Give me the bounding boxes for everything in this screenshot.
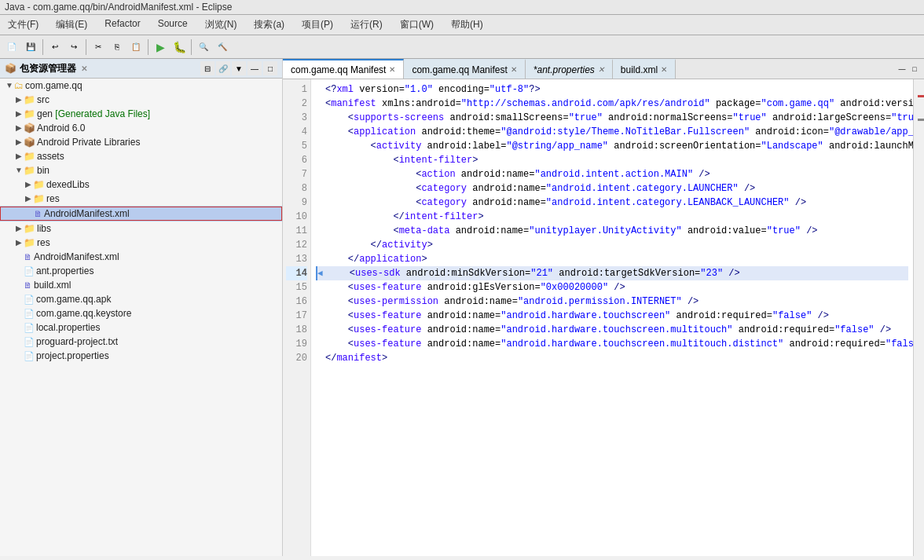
- tree-item-project-properties[interactable]: ▶ 📄 project.properties: [0, 349, 282, 363]
- title-text: Java - com.game.qq/bin/AndroidManifest.x…: [5, 2, 232, 13]
- tab-buildxml[interactable]: build.xml ✕: [613, 59, 676, 79]
- code-text-14: <uses-sdk android:minSdkVersion="21" and…: [327, 266, 740, 280]
- search-button[interactable]: 🔍: [195, 38, 212, 56]
- code-text-1: <?xml version="1.0" encoding="utf-8"?>: [325, 82, 541, 97]
- save-button[interactable]: 💾: [22, 38, 39, 56]
- title-bar: Java - com.game.qq/bin/AndroidManifest.x…: [0, 0, 924, 15]
- code-line-8: <category android:name="android.intent.c…: [316, 181, 908, 196]
- menu-item-h[interactable]: 帮助(H): [446, 16, 488, 33]
- paste-button[interactable]: 📋: [127, 38, 145, 56]
- tab-antprops[interactable]: *ant.properties ✕: [526, 59, 613, 79]
- tree-item-local-properties[interactable]: ▶ 📄 local.properties: [0, 320, 282, 335]
- menu-item-a[interactable]: 搜索(a): [249, 16, 289, 33]
- tab-antprops-close[interactable]: ✕: [598, 65, 604, 74]
- menu-item-source[interactable]: Source: [153, 16, 192, 33]
- menu-item-e[interactable]: 编辑(E): [51, 16, 92, 33]
- tree-item-project[interactable]: ▼ 🗂 com.game.qq: [0, 79, 282, 93]
- tree-item-androidmanifest-root[interactable]: ▶ 🗎 AndroidManifest.xml: [0, 250, 282, 264]
- tree-item-gen[interactable]: ▶ 📁 gen [Generated Java Files]: [0, 107, 282, 121]
- sidebar-menu-button[interactable]: ▼: [232, 61, 246, 75]
- tree-item-keystore[interactable]: ▶ 📄 com.game.qq.keystore: [0, 306, 282, 320]
- undo-button[interactable]: ↩: [46, 38, 64, 56]
- new-button[interactable]: 📄: [3, 38, 20, 56]
- code-line-2: <manifest xmlns:android="http://schemas.…: [316, 97, 908, 111]
- tree-item-private-libs[interactable]: ▶ 📦 Android Private Libraries: [0, 135, 282, 149]
- tab-manifest2-close[interactable]: ✕: [511, 65, 517, 74]
- menu-item-f[interactable]: 文件(F): [3, 16, 43, 33]
- tab-manifest1[interactable]: com.game.qq Manifest ✕: [283, 59, 404, 79]
- tree-item-proguard[interactable]: ▶ 📄 proguard-project.txt: [0, 335, 282, 349]
- copy-button[interactable]: ⎘: [108, 38, 126, 56]
- apk-icon: 📄: [24, 295, 35, 305]
- tree-item-bin[interactable]: ▼ 📁 bin: [0, 163, 282, 178]
- sidebar-header-title: 📦 包资源管理器 ✕: [5, 62, 87, 75]
- tree-item-build-xml[interactable]: ▶ 🗎 build.xml: [0, 278, 282, 292]
- project-properties-icon: 📄: [24, 351, 35, 361]
- assets-folder-icon: 📁: [24, 151, 35, 162]
- dexedlibs-label: dexedLibs: [46, 179, 90, 190]
- menu-bar: 文件(F)编辑(E)RefactorSource浏览(N)搜索(a)项目(P)运…: [0, 15, 924, 35]
- code-line-1: <?xml version="1.0" encoding="utf-8"?>: [316, 82, 908, 97]
- tree-item-dexedlibs[interactable]: ▶ 📁 dexedLibs: [0, 178, 282, 192]
- collapse-all-button[interactable]: ⊟: [200, 61, 214, 75]
- tree-item-android60[interactable]: ▶ 📦 Android 6.0: [0, 121, 282, 135]
- tree-item-apk[interactable]: ▶ 📄 com.game.qq.apk: [0, 292, 282, 306]
- code-line-6: <intent-filter>: [316, 153, 908, 167]
- tree-item-src[interactable]: ▶ 📁 src: [0, 93, 282, 107]
- tab-manifest2[interactable]: com.game.qq Manifest ✕: [404, 59, 525, 79]
- link-button[interactable]: 🔗: [216, 61, 230, 75]
- tree-item-res-bin[interactable]: ▶ 📁 res: [0, 192, 282, 206]
- ant-properties-icon: 📄: [24, 266, 35, 276]
- package-icon: 📦: [5, 63, 16, 74]
- tab-maximize-button[interactable]: □: [908, 63, 921, 75]
- menu-item-p[interactable]: 项目(P): [297, 16, 338, 33]
- sidebar-close-icon[interactable]: ✕: [81, 64, 87, 73]
- bin-label: bin: [37, 165, 50, 176]
- tab-manifest1-close[interactable]: ✕: [389, 65, 395, 74]
- tab-bar: com.game.qq Manifest ✕ com.game.qq Manif…: [283, 59, 924, 79]
- toolbar-separator-4: [191, 39, 192, 55]
- tree-item-libs[interactable]: ▶ 📁 libs: [0, 221, 282, 236]
- res-bin-folder-icon: 📁: [33, 193, 45, 204]
- code-area[interactable]: <?xml version="1.0" encoding="utf-8"?> <…: [311, 79, 913, 556]
- code-line-18: <uses-feature android:name="android.hard…: [316, 323, 908, 337]
- right-scroll-indicator[interactable]: [913, 79, 924, 556]
- toolbar-separator-3: [148, 39, 148, 55]
- menu-item-r[interactable]: 运行(R): [346, 16, 387, 33]
- android60-icon: 📦: [24, 123, 35, 134]
- code-line-20: </manifest>: [316, 351, 908, 365]
- toolbar-separator-1: [42, 39, 43, 55]
- cut-button[interactable]: ✂: [90, 38, 107, 56]
- code-line-15: <uses-feature android:glEsVersion="0x000…: [316, 280, 908, 295]
- code-text-7: <action android:name="android.intent.act…: [325, 167, 710, 181]
- editor-content: 1 2 3 4 5 6 7 8 9 10 11 12 13 14 15 16 1…: [283, 79, 924, 556]
- code-text-2: <manifest xmlns:android="http://schemas.…: [325, 97, 913, 111]
- bin-folder-icon: 📁: [24, 165, 35, 176]
- build-button[interactable]: 🔨: [214, 38, 231, 56]
- tree-item-androidmanifest-bin[interactable]: ▶ 🗎 AndroidManifest.xml: [0, 206, 282, 221]
- gen-folder-icon: 📁: [24, 108, 35, 119]
- tree-item-assets[interactable]: ▶ 📁 assets: [0, 149, 282, 163]
- build-xml-icon: 🗎: [24, 280, 32, 290]
- tab-buildxml-close[interactable]: ✕: [661, 65, 667, 74]
- debug-button[interactable]: 🐛: [170, 38, 188, 56]
- tree-item-ant-properties[interactable]: ▶ 📄 ant.properties: [0, 264, 282, 278]
- menu-item-refactor[interactable]: Refactor: [100, 16, 145, 33]
- proguard-label: proguard-project.txt: [36, 336, 118, 347]
- src-label: src: [37, 94, 50, 105]
- minimize-button[interactable]: —: [248, 61, 262, 75]
- assets-label: assets: [37, 151, 64, 162]
- androidmanifest-root-xml-icon: 🗎: [24, 252, 32, 262]
- maximize-button[interactable]: □: [263, 61, 277, 75]
- tab-minimize-button[interactable]: —: [896, 63, 908, 75]
- code-line-19: <uses-feature android:name="android.hard…: [316, 337, 908, 351]
- expand-arrow-gen: ▶: [14, 109, 24, 119]
- dexedlibs-folder-icon: 📁: [33, 179, 45, 190]
- main-layout: 📦 包资源管理器 ✕ ⊟ 🔗 ▼ — □ ▼ 🗂 com.game.qq: [0, 59, 924, 556]
- redo-button[interactable]: ↪: [65, 38, 82, 56]
- run-button[interactable]: ▶: [152, 38, 169, 56]
- menu-item-n[interactable]: 浏览(N): [200, 16, 242, 33]
- tree-item-res-root[interactable]: ▶ 📁 res: [0, 236, 282, 250]
- menu-item-w[interactable]: 窗口(W): [395, 16, 438, 33]
- editor-area: com.game.qq Manifest ✕ com.game.qq Manif…: [283, 59, 924, 556]
